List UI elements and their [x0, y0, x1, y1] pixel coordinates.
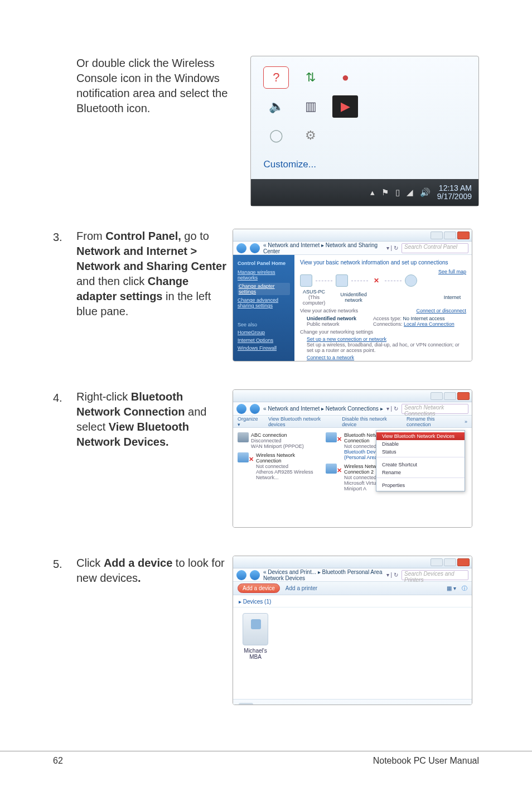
tray-icon: ⚙	[298, 124, 323, 147]
taskbar-chevron-icon: ▴	[370, 187, 375, 197]
tray-icon: ●	[332, 66, 358, 89]
status-bar: 1 item	[233, 699, 472, 705]
tray-icon: ▶	[332, 95, 358, 118]
tray-icon: ◯	[263, 124, 289, 147]
devices-category[interactable]: ▸ Devices (1)	[233, 595, 472, 607]
sidebar-link[interactable]: Windows Firewall	[238, 345, 290, 351]
taskbar-network-icon: ◢	[407, 187, 413, 197]
nav-back-icon[interactable]	[236, 404, 246, 414]
see-full-map-link[interactable]: See full map	[438, 269, 466, 274]
tray-icon: 🔈	[263, 95, 289, 118]
ctx-item[interactable]: Create Shortcut	[376, 461, 465, 469]
taskbar-clock: 12:13 AM 9/17/2009	[437, 184, 472, 201]
sidebar-link[interactable]: Manage wireless networks	[238, 269, 290, 281]
toolbar: Organize ▾ View Bluetooth network device…	[233, 416, 472, 428]
add-a-device-button[interactable]: Add a device	[238, 583, 280, 593]
connection-item[interactable]: ABC connectionDisconnectedWAN Miniport (…	[238, 432, 319, 449]
device-item[interactable]: Michael's MBA	[239, 613, 272, 660]
taskbar-battery-icon: ▯	[395, 187, 400, 197]
nav-fwd-icon[interactable]	[250, 570, 260, 580]
footer-title: Notebook PC User Manual	[373, 756, 479, 766]
disconnected-icon: ✕	[374, 277, 379, 284]
step-text: Click Add a device to look for new devic…	[76, 556, 233, 586]
sidebar-link[interactable]: Change advanced sharing settings	[238, 297, 290, 308]
ctx-item[interactable]: Properties	[376, 481, 465, 489]
nav-fwd-icon[interactable]	[250, 404, 260, 414]
search-input[interactable]: Search Devices and Printers	[402, 570, 468, 580]
search-input[interactable]: Search Control Panel	[402, 243, 468, 253]
systray-screenshot: ? ⇅ ● 🔈 ▥ ▶ ◯ ⚙ Customize... ▴ ⚑ ▯ ◢ 🔊 1…	[250, 56, 479, 206]
ctx-item[interactable]: Rename	[376, 469, 465, 476]
sidebar: Control Panel Home Manage wireless netwo…	[233, 255, 294, 361]
organize-menu[interactable]: Organize ▾	[238, 416, 260, 427]
nav-back-icon[interactable]	[236, 243, 246, 253]
toolbar-overflow[interactable]: »	[465, 419, 467, 425]
taskbar-volume-icon: 🔊	[420, 187, 431, 197]
connection-item[interactable]: ✕Wireless Network ConnectionNot connecte…	[238, 452, 319, 480]
sidebar-link[interactable]: HomeGroup	[238, 330, 290, 335]
sidebar-link[interactable]: Internet Options	[238, 337, 290, 343]
step-text: Right-click Bluetooth Network Connection…	[76, 389, 233, 450]
step-number: 4.	[53, 389, 76, 406]
taskbar: ▴ ⚑ ▯ ◢ 🔊 12:13 AM 9/17/2009	[251, 179, 478, 206]
taskbar-flag-icon: ⚑	[381, 187, 389, 197]
lac-link[interactable]: Local Area Connection	[404, 321, 454, 327]
ctx-item[interactable]: Status	[376, 448, 465, 456]
step-number: 5.	[53, 556, 76, 572]
network-center-screenshot: « Network and Internet ▸ Network and Sha…	[233, 229, 472, 361]
nav-fwd-icon[interactable]	[250, 243, 260, 253]
intro-paragraph: Or double click the Wireless Console ico…	[76, 56, 250, 116]
help-icon[interactable]: ⓘ	[462, 585, 467, 592]
tray-icon: ?	[263, 66, 289, 89]
connect-disconnect-link[interactable]: Connect or disconnect	[416, 308, 466, 313]
step-number: 3.	[53, 229, 76, 245]
device-icon	[243, 613, 268, 645]
panel-title: View your basic network information and …	[300, 259, 466, 266]
setup-connection-link[interactable]: Set up a new connection or network	[307, 336, 386, 342]
page-number: 62	[53, 756, 63, 766]
toolbar-item[interactable]: View Bluetooth network devices	[268, 416, 334, 427]
ctx-view-bt-devices[interactable]: View Bluetooth Network Devices	[376, 432, 465, 440]
ctx-item[interactable]: Disable	[376, 440, 465, 448]
toolbar-item[interactable]: Rename this connection	[407, 416, 457, 427]
tray-icon: ▥	[298, 95, 323, 118]
nav-back-icon[interactable]	[236, 570, 246, 580]
customize-link[interactable]: Customize...	[263, 159, 466, 170]
search-input[interactable]: Search Network Connections	[402, 404, 468, 414]
toolbar-item[interactable]: Disable this network device	[342, 416, 399, 427]
context-menu: View Bluetooth Network Devices Disable S…	[376, 430, 465, 491]
view-icon[interactable]: ▦ ▾	[447, 585, 456, 591]
devices-printers-screenshot: « Devices and Print... ▸ Bluetooth Perso…	[233, 556, 472, 705]
step-text: From Control Panel, go to Network and In…	[76, 229, 233, 319]
add-a-printer-button[interactable]: Add a printer	[286, 585, 317, 591]
breadcrumb[interactable]: « Devices and Print... ▸ Bluetooth Perso…	[263, 569, 383, 581]
breadcrumb[interactable]: « Network and Internet ▸ Network and Sha…	[263, 242, 383, 254]
tray-icon: ⇅	[298, 66, 323, 89]
network-connections-screenshot: « Network and Internet ▸ Network Connect…	[233, 389, 472, 528]
sidebar-link-change-adapter[interactable]: Change adapter settings	[238, 283, 290, 295]
breadcrumb[interactable]: « Network and Internet ▸ Network Connect…	[263, 406, 383, 412]
connect-network-link[interactable]: Connect to a network	[307, 355, 354, 360]
